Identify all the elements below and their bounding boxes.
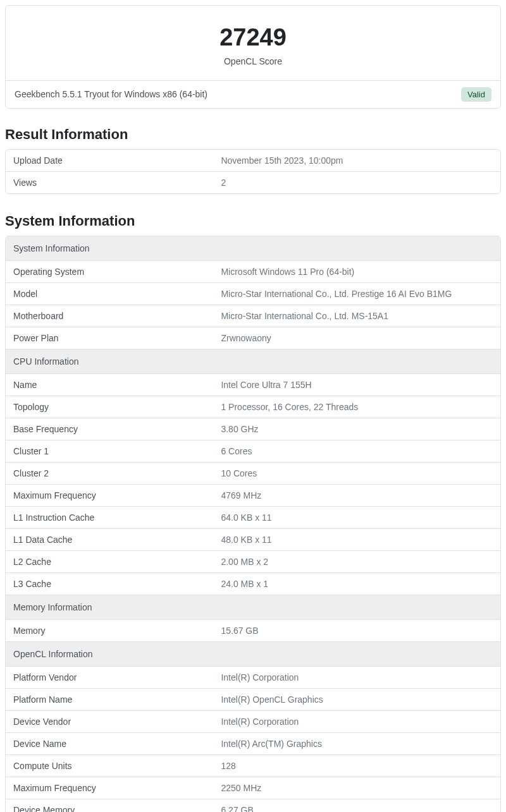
table-row: Maximum Frequency4769 MHz [6, 485, 500, 507]
row-value: Intel(R) Corporation [213, 667, 500, 689]
row-value: 4769 MHz [213, 485, 500, 507]
table-row: ModelMicro-Star International Co., Ltd. … [6, 283, 500, 305]
row-label: L1 Data Cache [6, 529, 213, 551]
table-row: MotherboardMicro-Star International Co.,… [6, 305, 500, 327]
row-label: Memory [6, 620, 213, 642]
row-value: 48.0 KB x 11 [213, 529, 500, 551]
row-label: L1 Instruction Cache [6, 507, 213, 529]
row-label: L3 Cache [6, 573, 213, 595]
table-row: Platform NameIntel(R) OpenCL Graphics [6, 689, 500, 711]
section-header-row: OpenCL Information [6, 642, 500, 667]
row-label: Compute Units [6, 755, 213, 777]
score-footer: Geekbench 5.5.1 Tryout for Windows x86 (… [6, 80, 500, 108]
row-value: 6 Cores [213, 440, 500, 463]
row-value: November 15th 2023, 10:00pm [213, 150, 500, 172]
row-value: 1 Processor, 16 Cores, 22 Threads [213, 396, 500, 418]
row-label: Views [6, 172, 213, 193]
row-value: 2.00 MB x 2 [213, 551, 500, 573]
table-row: L1 Instruction Cache64.0 KB x 11 [6, 507, 500, 529]
table-row: L1 Data Cache48.0 KB x 11 [6, 529, 500, 551]
section-header: CPU Information [6, 349, 500, 374]
row-value: 128 [213, 755, 500, 777]
row-value: 6.27 GB [213, 799, 500, 812]
table-row: Power PlanZrwnowaony [6, 327, 500, 349]
system-info-heading: System Information [5, 213, 501, 229]
score-card: 27249 OpenCL Score Geekbench 5.5.1 Tryou… [5, 5, 501, 109]
row-label: Operating System [6, 261, 213, 283]
table-row: Topology1 Processor, 16 Cores, 22 Thread… [6, 396, 500, 418]
row-label: Model [6, 283, 213, 305]
score-value: 27249 [16, 23, 490, 52]
section-header-row: CPU Information [6, 349, 500, 374]
row-label: Device Memory [6, 799, 213, 812]
row-value: Intel(R) Arc(TM) Graphics [213, 733, 500, 755]
table-row: Device VendorIntel(R) Corporation [6, 711, 500, 733]
status-badge: Valid [461, 87, 491, 102]
section-header-row: Memory Information [6, 595, 500, 620]
version-text: Geekbench 5.5.1 Tryout for Windows x86 (… [15, 89, 207, 99]
row-value: 15.67 GB [213, 620, 500, 642]
table-row: Memory15.67 GB [6, 620, 500, 642]
table-row: Views2 [6, 172, 500, 193]
section-header: OpenCL Information [6, 642, 500, 667]
result-info-table: Upload DateNovember 15th 2023, 10:00pmVi… [5, 149, 501, 194]
section-header: Memory Information [6, 595, 500, 620]
row-value: Micro-Star International Co., Ltd. MS-15… [213, 305, 500, 327]
row-value: Intel Core Ultra 7 155H [213, 374, 500, 396]
section-header: System Information [6, 236, 500, 261]
row-label: Upload Date [6, 150, 213, 172]
row-label: Power Plan [6, 327, 213, 349]
row-value: Microsoft Windows 11 Pro (64-bit) [213, 261, 500, 283]
result-info-heading: Result Information [5, 126, 501, 143]
row-value: 3.80 GHz [213, 418, 500, 440]
section-header-row: System Information [6, 236, 500, 261]
row-value: 2 [213, 172, 500, 193]
system-info-table: System InformationOperating SystemMicros… [5, 236, 501, 812]
table-row: Maximum Frequency2250 MHz [6, 777, 500, 799]
score-label: OpenCL Score [16, 56, 490, 66]
table-row: Operating SystemMicrosoft Windows 11 Pro… [6, 261, 500, 283]
table-row: Compute Units128 [6, 755, 500, 777]
row-value: Intel(R) OpenCL Graphics [213, 689, 500, 711]
row-value: 2250 MHz [213, 777, 500, 799]
table-row: Cluster 16 Cores [6, 440, 500, 463]
table-row: Device NameIntel(R) Arc(TM) Graphics [6, 733, 500, 755]
table-row: Base Frequency3.80 GHz [6, 418, 500, 440]
row-label: Cluster 2 [6, 463, 213, 485]
row-value: Micro-Star International Co., Ltd. Prest… [213, 283, 500, 305]
table-row: Device Memory6.27 GB [6, 799, 500, 812]
row-label: Topology [6, 396, 213, 418]
table-row: Upload DateNovember 15th 2023, 10:00pm [6, 150, 500, 172]
row-value: 24.0 MB x 1 [213, 573, 500, 595]
row-label: L2 Cache [6, 551, 213, 573]
table-row: L2 Cache2.00 MB x 2 [6, 551, 500, 573]
row-label: Cluster 1 [6, 440, 213, 463]
table-row: L3 Cache24.0 MB x 1 [6, 573, 500, 595]
table-row: Platform VendorIntel(R) Corporation [6, 667, 500, 689]
row-label: Motherboard [6, 305, 213, 327]
row-label: Platform Name [6, 689, 213, 711]
table-row: NameIntel Core Ultra 7 155H [6, 374, 500, 396]
row-label: Platform Vendor [6, 667, 213, 689]
row-label: Maximum Frequency [6, 777, 213, 799]
row-label: Name [6, 374, 213, 396]
row-value: Intel(R) Corporation [213, 711, 500, 733]
table-row: Cluster 210 Cores [6, 463, 500, 485]
row-label: Base Frequency [6, 418, 213, 440]
row-label: Device Name [6, 733, 213, 755]
row-value: 10 Cores [213, 463, 500, 485]
score-top: 27249 OpenCL Score [6, 6, 500, 80]
row-label: Device Vendor [6, 711, 213, 733]
row-value: 64.0 KB x 11 [213, 507, 500, 529]
row-value: Zrwnowaony [213, 327, 500, 349]
row-label: Maximum Frequency [6, 485, 213, 507]
